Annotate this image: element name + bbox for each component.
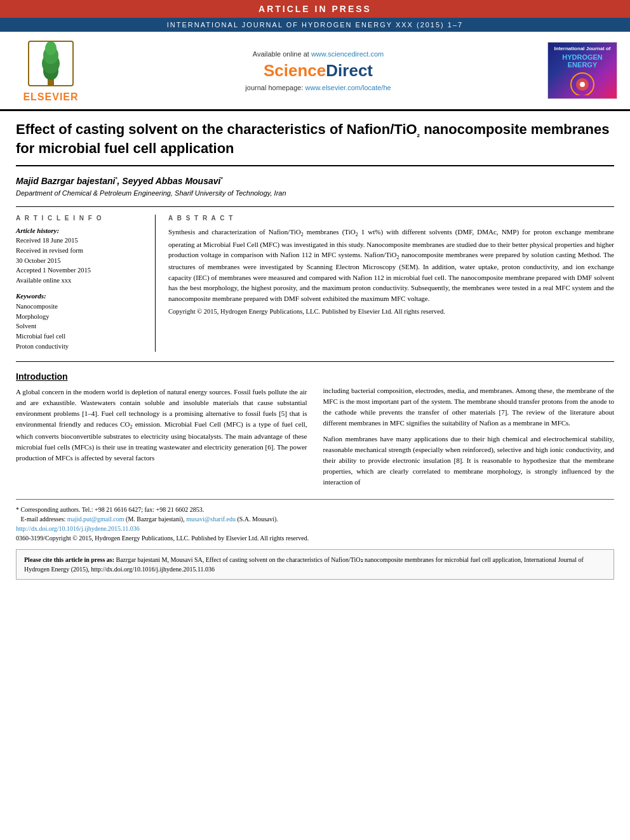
accepted-date: Accepted 1 November 2015 bbox=[16, 266, 145, 276]
elsevier-logo: ELSEVIER bbox=[23, 38, 78, 103]
elsevier-tree-icon bbox=[25, 38, 76, 89]
keyword-2: Morphology bbox=[16, 312, 145, 322]
sciencedirect-logo: ScienceDirect bbox=[264, 61, 373, 81]
introduction-title: Introduction bbox=[16, 371, 307, 382]
journal-homepage-url[interactable]: www.elsevier.com/locate/he bbox=[305, 84, 391, 91]
citation-box: Please cite this article in press as: Ba… bbox=[16, 549, 614, 580]
journal-homepage: journal homepage: www.elsevier.com/locat… bbox=[245, 84, 391, 91]
left-column: Introduction A global concern in the mod… bbox=[16, 371, 307, 493]
keyword-1: Nanocomposite bbox=[16, 302, 145, 312]
issn-line: 0360-3199/Copyright © 2015, Hydrogen Ene… bbox=[16, 533, 614, 543]
right-column: including bacterial composition, electro… bbox=[323, 371, 615, 493]
article-info-title: A R T I C L E I N F O bbox=[16, 215, 145, 222]
elsevier-logo-area: ELSEVIER bbox=[10, 38, 92, 103]
received-date: Received 18 June 2015 bbox=[16, 236, 145, 246]
intro-para-2: including bacterial composition, electro… bbox=[323, 385, 615, 429]
keywords-label: Keywords: bbox=[16, 292, 145, 300]
available-online-text: Available online at www.sciencedirect.co… bbox=[253, 50, 384, 58]
email2-link[interactable]: musavi@sharif.edu bbox=[186, 516, 236, 523]
journal-subtitle-bar: INTERNATIONAL JOURNAL OF HYDROGEN ENERGY… bbox=[0, 18, 630, 32]
body-content: Introduction A global concern in the mod… bbox=[16, 361, 614, 580]
email1-link[interactable]: majid.put@gmail.com bbox=[67, 516, 124, 523]
doi-line: http://dx.doi.org/10.1016/j.ijhydene.201… bbox=[16, 524, 614, 533]
abstract-title: A B S T R A C T bbox=[168, 215, 614, 222]
info-abstract-section: A R T I C L E I N F O Article history: R… bbox=[16, 206, 614, 351]
keyword-4: Microbial fuel cell bbox=[16, 331, 145, 342]
paper-title: Effect of casting solvent on the charact… bbox=[16, 121, 614, 166]
abstract-section: A B S T R A C T Synthesis and characteri… bbox=[168, 215, 614, 351]
cover-decoration bbox=[563, 72, 601, 95]
intro-para-3: Nafion membranes have many applications … bbox=[323, 434, 615, 488]
keywords-section: Keywords: Nanocomposite Morphology Solve… bbox=[16, 292, 145, 352]
journal-header: ELSEVIER Available online at www.science… bbox=[0, 32, 630, 111]
authors: Majid Bazrgar bajestani*, Seyyed Abbas M… bbox=[16, 176, 614, 186]
cover-subtitle: HYDROGENENERGY bbox=[562, 53, 603, 69]
two-column-layout: Introduction A global concern in the mod… bbox=[16, 371, 614, 493]
corresponding-author-note: * Corresponding authors. Tel.: +98 21 66… bbox=[16, 505, 614, 514]
sciencedirect-url[interactable]: www.sciencedirect.com bbox=[311, 50, 384, 58]
journal-cover: International Journal of HYDROGENENERGY bbox=[547, 42, 617, 99]
citation-label: Please cite this article in press as: bbox=[24, 556, 114, 563]
intro-para-1: A global concern in the modern world is … bbox=[16, 387, 307, 464]
article-in-press-banner: ARTICLE IN PRESS bbox=[0, 0, 630, 18]
keyword-5: Proton conductivity bbox=[16, 342, 145, 352]
elsevier-text: ELSEVIER bbox=[23, 91, 78, 103]
article-info: A R T I C L E I N F O Article history: R… bbox=[16, 215, 156, 351]
journal-cover-area: International Journal of HYDROGENENERGY bbox=[544, 38, 620, 103]
received-revised-date: 30 October 2015 bbox=[16, 257, 145, 266]
copyright-text: Copyright © 2015, Hydrogen Energy Public… bbox=[168, 307, 614, 317]
cover-title: International Journal of bbox=[554, 46, 611, 52]
footnotes: * Corresponding authors. Tel.: +98 21 66… bbox=[16, 499, 614, 543]
keyword-3: Solvent bbox=[16, 321, 145, 331]
received-revised-label: Received in revised form bbox=[16, 246, 145, 256]
article-history-label: Article history: bbox=[16, 227, 145, 234]
email-line: E-mail addresses: majid.put@gmail.com (M… bbox=[16, 514, 614, 524]
svg-point-8 bbox=[580, 82, 585, 87]
affiliation: Department of Chemical & Petroleum Engin… bbox=[16, 189, 614, 197]
svg-point-4 bbox=[45, 41, 57, 55]
main-content: Effect of casting solvent on the charact… bbox=[0, 111, 630, 589]
doi-link[interactable]: http://dx.doi.org/10.1016/j.ijhydene.201… bbox=[16, 525, 140, 532]
header-center: Available online at www.sciencedirect.co… bbox=[98, 38, 538, 103]
available-online: Available online xxx bbox=[16, 276, 145, 286]
abstract-text: Synthesis and characterization of Nafion… bbox=[168, 227, 614, 303]
